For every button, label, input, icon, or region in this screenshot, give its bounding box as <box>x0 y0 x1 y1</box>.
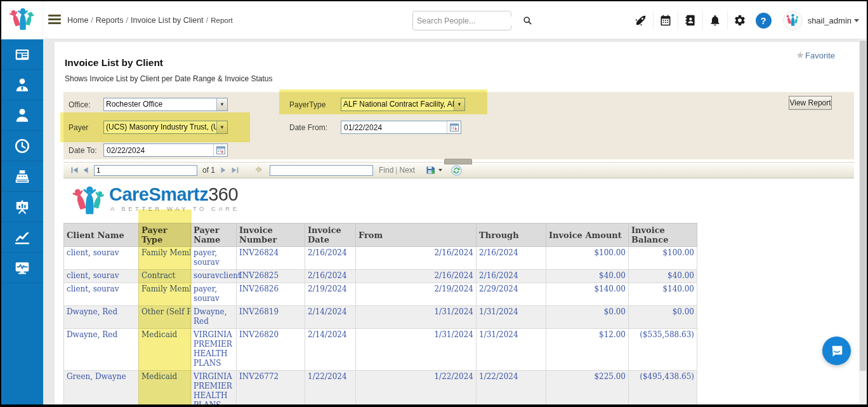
table-cell: Dwayne, Red <box>191 306 237 329</box>
payer-value: (UCS) Masonry Industry Trust, (U <box>104 121 216 133</box>
table-cell: 1/22/2024 <box>477 371 546 405</box>
col-through: Through <box>477 224 546 247</box>
user-avatar[interactable] <box>783 11 803 30</box>
datefrom-field <box>341 121 461 134</box>
table-cell: client, sourav <box>64 283 139 306</box>
breadcrumb-report-name[interactable]: Invoice List by Client <box>131 16 204 25</box>
scrollbar-thumb[interactable] <box>860 41 866 371</box>
invoice-table-body: client, souravFamily Memberpayer, sourav… <box>64 247 697 405</box>
report-parameters: Office: Rochester Office ▼ PayerType ALF… <box>63 92 854 159</box>
find-button[interactable]: Find <box>379 166 393 175</box>
report-panel: ★Favorite Invoice List by Client Shows I… <box>55 42 859 404</box>
table-cell: 2/19/2024 <box>356 283 477 306</box>
sidebar-item-reports[interactable] <box>1 192 43 222</box>
chat-widget-button[interactable] <box>822 337 851 365</box>
sidebar-item-billing[interactable] <box>1 161 43 192</box>
sidebar-item-clients[interactable] <box>1 100 43 131</box>
calendar-icon[interactable] <box>655 10 676 31</box>
previous-page-button[interactable] <box>80 164 91 176</box>
search-icon[interactable] <box>523 16 532 25</box>
table-cell: $140.00 <box>546 283 629 306</box>
line-chart-icon <box>14 229 30 246</box>
sidebar-item-dashboard[interactable] <box>1 39 43 70</box>
table-cell: ($495,438.65) <box>629 371 697 405</box>
col-client-name: Client Name <box>64 224 139 247</box>
table-row: Dwayne, RedOther (Self Pay)Dwayne, RedIN… <box>64 306 697 329</box>
calendar-picker-icon[interactable] <box>213 144 227 156</box>
username-label[interactable]: shail_admin <box>808 16 852 25</box>
payer-select[interactable]: (UCS) Masonry Industry Trust, (U ▼ <box>103 121 228 134</box>
table-cell: 2/19/2024 <box>305 283 356 306</box>
dateto-input[interactable] <box>104 144 213 156</box>
bell-icon[interactable] <box>704 10 726 31</box>
contacts-icon[interactable] <box>680 10 701 31</box>
sidebar-item-analytics[interactable] <box>1 222 43 253</box>
search-input[interactable] <box>413 17 523 25</box>
calendar-picker-icon[interactable] <box>447 121 461 133</box>
menu-toggle-icon[interactable] <box>48 15 61 26</box>
refresh-button[interactable] <box>451 165 462 176</box>
first-page-button[interactable] <box>69 164 80 176</box>
dropdown-arrow-icon[interactable]: ▼ <box>216 98 227 110</box>
gear-icon[interactable] <box>729 10 751 31</box>
table-cell: INV26819 <box>237 306 305 329</box>
monitor-pulse-icon <box>14 260 30 276</box>
breadcrumb-reports[interactable]: Reports <box>96 16 124 25</box>
table-cell: 1/22/2024 <box>305 371 356 405</box>
chat-bubble-icon <box>830 344 844 358</box>
invoice-table: Client Name Payer Type Payer Name Invoic… <box>63 223 697 404</box>
table-cell: Medicaid <box>139 329 191 371</box>
back-to-parent-icon[interactable] <box>254 166 262 175</box>
table-cell: VIRGINIA PREMIER HEALTH PLANS <box>191 329 237 371</box>
chevron-down-icon[interactable] <box>854 19 859 22</box>
next-page-button[interactable] <box>218 164 229 176</box>
caresmartz-logo-mark <box>10 7 35 34</box>
payertype-select[interactable]: ALF National Contract Facility, ALF ▼ <box>341 98 465 111</box>
divider <box>653 11 654 30</box>
breadcrumb-home[interactable]: Home <box>67 16 88 25</box>
vertical-scrollbar <box>859 39 867 404</box>
presentation-chart-icon <box>14 199 30 215</box>
dateto-label: Date To: <box>69 146 96 155</box>
table-cell: Family Member <box>139 283 191 306</box>
dropdown-arrow-icon[interactable]: ▼ <box>454 98 464 110</box>
datefrom-input[interactable] <box>341 121 447 133</box>
table-cell: 1/22/2024 <box>356 371 477 405</box>
table-cell: 2/16/2024 <box>305 270 356 283</box>
table-cell: $140.00 <box>629 283 697 306</box>
col-invoice-amount: Invoice Amount <box>546 224 629 247</box>
table-row: client, souravFamily Memberpayer, sourav… <box>64 247 697 270</box>
sidebar-item-scheduling[interactable] <box>1 131 43 161</box>
breadcrumb-current: Report <box>211 17 233 24</box>
export-button[interactable] <box>426 165 442 175</box>
favorite-button[interactable]: ★Favorite <box>796 50 835 61</box>
table-cell: $100.00 <box>629 247 697 270</box>
help-icon[interactable]: ? <box>756 13 772 29</box>
dateto-field <box>103 143 228 157</box>
brand-tagline: A BETTER WAY TO CARE <box>110 205 240 212</box>
find-text-input[interactable] <box>270 165 373 176</box>
find-next-button[interactable]: Next <box>399 166 415 175</box>
page-title: Invoice List by Client <box>65 57 859 69</box>
table-cell: $0.00 <box>629 306 697 329</box>
view-report-button[interactable]: View Report <box>789 96 832 110</box>
table-cell: 2/16/2024 <box>356 247 477 270</box>
table-cell: payer, sourav <box>191 247 237 270</box>
viewport: Home/Reports/Invoice List by Client/Repo… <box>1 1 867 404</box>
divider <box>678 11 678 30</box>
sidebar-item-caregivers[interactable] <box>1 70 43 100</box>
cash-register-icon <box>14 168 30 185</box>
page-number-input[interactable] <box>94 165 197 176</box>
office-select[interactable]: Rochester Office ▼ <box>103 98 228 111</box>
table-cell: Contract <box>139 270 191 283</box>
sidebar-item-monitoring[interactable] <box>1 253 43 283</box>
collapse-parameters-handle[interactable] <box>444 159 472 164</box>
table-cell: 1/31/2024 <box>477 306 546 329</box>
dropdown-arrow-icon[interactable]: ▼ <box>216 121 227 133</box>
rocket-icon[interactable] <box>630 10 652 31</box>
page-subtitle: Shows Invoice List by Client per Date Ra… <box>65 74 859 83</box>
table-cell: 2/16/2024 <box>477 247 546 270</box>
last-page-button[interactable] <box>229 164 240 176</box>
caresmartz-logo-mark <box>72 185 105 219</box>
export-dropdown-caret[interactable] <box>438 169 442 171</box>
